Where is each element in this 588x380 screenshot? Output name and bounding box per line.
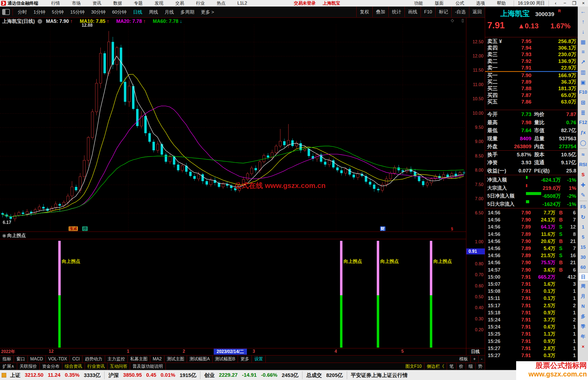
indicator-tab-1[interactable]: 窗口: [14, 355, 28, 363]
tool-button-5[interactable]: 标记: [435, 7, 451, 17]
menu-item-3[interactable]: 数据: [107, 1, 128, 5]
sidebar-period-day[interactable]: 日: [578, 272, 588, 281]
x-axis-month-5[interactable]: 5: [401, 349, 404, 354]
sidebar-news-icon[interactable]: ▣: [579, 77, 587, 87]
indicator-tab-13[interactable]: 设置: [252, 355, 266, 363]
index-quote-1[interactable]: 沪深3850.950.450.01%1915亿: [105, 372, 200, 379]
trade-row[interactable]: 15:247.913.7万2: [485, 316, 578, 323]
sidebar-notes-icon[interactable]: ≣: [579, 107, 587, 117]
sidebar-oval-icon[interactable]: ◯: [579, 138, 587, 148]
bid-row-3[interactable]: 买三7.88181.3万: [485, 85, 578, 92]
trade-row[interactable]: 14:567.9075.5万B21: [485, 259, 578, 266]
trade-row[interactable]: 15:247.910.6万1: [485, 323, 578, 330]
indicator-tab-right-0[interactable]: 模板: [457, 355, 471, 363]
ext-tab-5[interactable]: 互动问答: [108, 363, 130, 370]
trade-row[interactable]: 14:567.895.4万S7: [485, 245, 578, 252]
menu-right-item-2[interactable]: 公式: [449, 1, 470, 6]
sidebar-report-icon[interactable]: ▦: [579, 37, 587, 47]
period-tab-5[interactable]: 60分钟: [109, 9, 130, 15]
close-window-icon[interactable]: ×: [579, 1, 588, 6]
chart-header-icons[interactable]: ◇ ▯: [451, 18, 467, 23]
ext-tab-right-3[interactable]: 价: [457, 363, 466, 370]
period-tab-4[interactable]: 30分钟: [88, 9, 109, 15]
trade-row[interactable]: 15:267.910.9万1: [485, 338, 578, 345]
tool-button-3[interactable]: 画线: [405, 7, 421, 17]
trade-row[interactable]: 15:007.91665.2万412: [485, 273, 578, 281]
sidebar-page-down-icon[interactable]: ↓: [579, 27, 587, 37]
tool-button-0[interactable]: 复权: [356, 7, 372, 17]
sidebar-period-n[interactable]: N: [579, 301, 587, 311]
sidebar-period-60min[interactable]: 60: [579, 262, 587, 272]
ask-row-1[interactable]: 卖一7.9122.9万: [485, 65, 578, 71]
sidebar-reload-icon[interactable]: ↻: [579, 212, 587, 222]
period-tab-1[interactable]: 1分钟: [30, 9, 48, 15]
bid-row-4[interactable]: 买四7.8765.0万: [485, 92, 578, 99]
period-tab-3[interactable]: 15分钟: [67, 9, 88, 15]
ext-tab-1[interactable]: 关联报价: [17, 363, 40, 370]
sidebar-period-5min[interactable]: 5: [579, 232, 587, 242]
ext-tab-right-5[interactable]: 势: [476, 363, 485, 370]
trade-row[interactable]: 15:187.910.9万1: [485, 309, 578, 316]
sidebar-period-month[interactable]: 月: [579, 291, 587, 301]
index-quote-0[interactable]: 上证3212.5011.240.35%3333亿: [6, 372, 104, 379]
pane-toggle-icon[interactable]: [2, 9, 10, 15]
trade-row[interactable]: 15:257.911.1万1: [485, 330, 578, 338]
sidebar-f12-icon[interactable]: F12: [579, 117, 587, 127]
sidebar-kline-icon[interactable]: ▥: [579, 67, 587, 77]
bid-row-2[interactable]: 买二7.8936.3万: [485, 79, 578, 85]
tool-button-6[interactable]: -自选: [451, 7, 469, 17]
login-status[interactable]: 交易未登录: [294, 1, 316, 6]
menu-right-item-0[interactable]: 功能: [408, 1, 429, 6]
x-axis-month-1[interactable]: 1: [127, 349, 129, 354]
indicator-tab-0[interactable]: 指标: [0, 355, 14, 363]
sidebar-period-multi[interactable]: 多: [579, 311, 587, 321]
sidebar-period-week[interactable]: 周: [579, 281, 587, 291]
sidebar-quote-list-icon[interactable]: ≡: [579, 47, 587, 57]
x-axis-month-3[interactable]: 3: [253, 349, 255, 354]
minimize-icon[interactable]: −: [560, 1, 569, 6]
menu-item-4[interactable]: 专题: [128, 1, 149, 5]
sidebar-period-year[interactable]: 年: [579, 332, 587, 342]
indicator-collapse-icon[interactable]: ◉: [2, 233, 6, 238]
indicator-tab-7[interactable]: 私募主图: [128, 355, 150, 363]
menu-item-7[interactable]: 行业: [190, 1, 211, 5]
restore-icon[interactable]: ❐: [569, 1, 579, 6]
index-quote-2[interactable]: 创业2229.27-14.91-0.66%2453亿: [200, 372, 302, 379]
sidebar-rsi-icon[interactable]: RSI: [579, 160, 587, 170]
x-axis-month-4[interactable]: 4: [335, 349, 337, 354]
sidebar-move-icon[interactable]: ✚: [579, 180, 587, 190]
period-tab-10[interactable]: 更多 >: [198, 9, 218, 15]
ext-tab-right-4[interactable]: 细: [466, 363, 476, 370]
trade-row[interactable]: 15:277.912.8万1: [485, 345, 578, 352]
trade-row[interactable]: 14:567.9020.6万B21: [485, 238, 578, 245]
ext-tab-3[interactable]: 综合资讯: [62, 363, 85, 370]
trade-row[interactable]: 14:577.903.6万B6: [485, 266, 578, 273]
sidebar-f10-info-icon[interactable]: F10: [579, 87, 587, 97]
collapse-circle-icon[interactable]: ⌄: [38, 19, 42, 24]
indicator-tab-9[interactable]: 测试主图: [164, 355, 187, 363]
menu-item-1[interactable]: 市场: [66, 1, 87, 5]
sidebar-back-icon[interactable]: ←: [579, 7, 587, 17]
chart-tag-2[interactable]: 财: [380, 226, 385, 231]
bid-row-5[interactable]: 买五7.8663.0万: [485, 99, 578, 105]
trade-row[interactable]: 14:567.8964.1万S12: [485, 223, 578, 230]
period-tab-2[interactable]: 5分钟: [48, 9, 67, 15]
tool-button-1[interactable]: 叠加: [372, 7, 388, 17]
trade-row[interactable]: 15:177.912.5万2: [485, 302, 578, 309]
sidebar-trend-chart-icon[interactable]: ↗: [579, 57, 587, 67]
collapse-icon[interactable]: ‹: [551, 1, 560, 6]
ext-tab-right-2[interactable]: 笔: [447, 363, 457, 370]
indicator-tab-right-1[interactable]: +: [471, 355, 478, 363]
indicator-header[interactable]: ◉向上拐点: [2, 232, 26, 239]
ask-row-3[interactable]: 卖三7.93230.0万: [485, 51, 578, 58]
ext-tab-6[interactable]: 普及版功能说明: [130, 363, 166, 370]
indicator-tab-4[interactable]: CCI: [70, 355, 82, 363]
ext-tab-right-1[interactable]: 侧边栏《: [424, 363, 447, 370]
menu-item-0[interactable]: 行情: [45, 1, 66, 5]
ext-tab-0[interactable]: 扩展∧: [0, 363, 17, 370]
ext-tab-2[interactable]: 资金分布: [40, 363, 62, 370]
trade-row[interactable]: 15:087.910.1万1: [485, 288, 578, 295]
period-tab-7[interactable]: 周线: [146, 9, 161, 15]
bid-row-1[interactable]: 买一7.90166.9万: [485, 72, 578, 79]
indicator-tab-3[interactable]: VOL-TDX: [46, 355, 70, 363]
